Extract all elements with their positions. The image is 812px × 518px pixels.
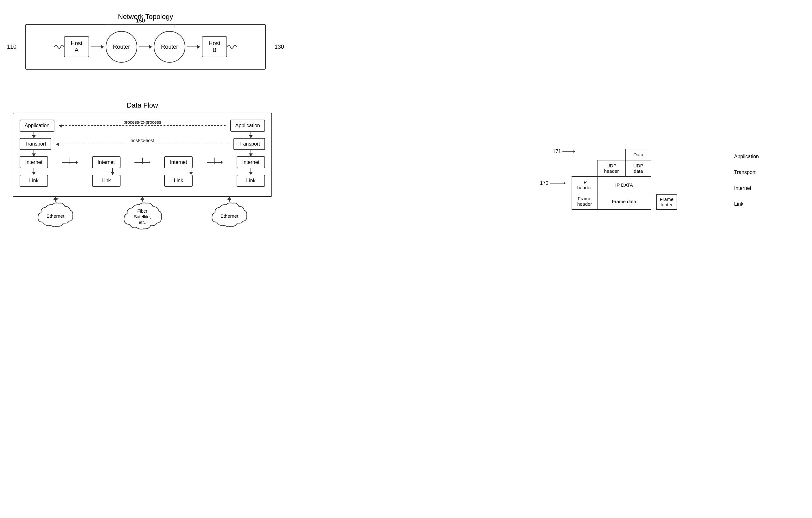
router1-node: Router	[106, 31, 137, 63]
udp-header-cell: UDPheader	[597, 160, 626, 177]
layer-app-label: Application	[734, 149, 759, 165]
svg-marker-17	[564, 182, 566, 184]
internet-1: Internet	[20, 156, 48, 168]
arrow-transport-internet-right	[251, 150, 251, 156]
label-110: 110	[7, 44, 17, 50]
dataflow-box: Application process-to-process Applicati…	[13, 113, 272, 197]
transport-left: Transport	[20, 138, 51, 150]
stack-section: 171 170 Data	[572, 149, 793, 211]
cloud1-arrow-right	[54, 197, 60, 206]
ref-171-arrow	[562, 149, 575, 154]
frame-data-cell: Frame data	[597, 193, 651, 209]
app-right: Application	[230, 120, 265, 132]
arrow-app-transport-right	[251, 132, 251, 138]
link-3: Link	[164, 175, 193, 187]
inet-arrow-1	[62, 157, 78, 167]
topology-box: 110 HostA 150 Router	[25, 24, 266, 69]
topology-section: Network Topology 110 HostA 150 Router	[25, 13, 266, 69]
internet-2: Internet	[92, 156, 120, 168]
internet-3: Internet	[164, 156, 193, 168]
label-150: 150	[136, 18, 145, 24]
link-1: Link	[20, 175, 48, 187]
wavy-left	[54, 44, 64, 50]
ref-171: 171	[553, 149, 575, 154]
ref-170: 170	[540, 180, 566, 186]
arrow-inet-link-2	[112, 168, 113, 175]
fiber-label: FiberSatellite,etc.	[134, 208, 151, 226]
svg-marker-5	[149, 161, 150, 164]
inet-arrow-3	[207, 157, 223, 167]
link-2: Link	[92, 175, 120, 187]
wavy-right	[227, 44, 237, 50]
protocol-stack-table: Data UDPheader UDPdata IPheader IP DATA …	[572, 149, 651, 210]
frame-footer-cell: Framefooter	[656, 194, 677, 210]
layer-transport-label: Transport	[734, 165, 759, 180]
ref-170-arrow	[550, 181, 566, 186]
ethernet-1-label: Ethernet	[47, 213, 64, 219]
arrow-app-transport-left	[33, 132, 34, 138]
router2-node: Router	[154, 31, 185, 63]
host-a-node: HostA	[64, 36, 89, 57]
host-b-node: HostB	[202, 36, 227, 57]
arrow-fiber-link	[142, 197, 143, 202]
svg-marker-15	[574, 150, 575, 153]
layer-internet-label: Internet	[734, 180, 759, 196]
dataflow-title: Data Flow	[13, 101, 272, 110]
data-cell: Data	[626, 149, 651, 160]
svg-marker-11	[213, 162, 216, 164]
svg-marker-7	[141, 162, 144, 164]
arrow-inet-link-1	[33, 168, 34, 175]
ethernet-2-label: Ethernet	[221, 213, 238, 219]
arrow-eth2-link3	[229, 197, 230, 202]
h2h-label: host-to-host	[130, 138, 154, 143]
arrow-inet-link-4	[251, 168, 251, 175]
ip-header-cell: IPheader	[572, 177, 597, 193]
transport-right: Transport	[233, 138, 265, 150]
arrow-r1-r2	[139, 47, 152, 47]
p2p-label: process-to-process	[123, 120, 161, 125]
dataflow-section: Data Flow Application process-to-process…	[13, 101, 272, 233]
label-130: 130	[274, 44, 284, 50]
layer-labels: Application Transport Internet Link	[734, 149, 759, 212]
cloud-ethernet-2: Ethernet	[209, 202, 250, 230]
app-left: Application	[20, 120, 54, 132]
layer-link-label: Link	[734, 196, 759, 212]
svg-marker-3	[68, 162, 71, 164]
link-4: Link	[237, 175, 265, 187]
ip-data-cell: IP DATA	[597, 177, 651, 193]
udp-data-cell: UDPdata	[626, 160, 651, 177]
inet-arrow-2	[135, 157, 150, 167]
arrow-r2-hb	[187, 47, 200, 47]
svg-marker-9	[221, 161, 223, 164]
svg-marker-1	[76, 161, 78, 164]
cloud-fiber: FiberSatellite,etc.	[120, 202, 165, 233]
svg-marker-13	[55, 198, 59, 200]
arrow-inet-link-3	[191, 168, 192, 175]
internet-4: Internet	[237, 156, 265, 168]
arrow-transport-internet-left	[33, 150, 34, 156]
arrow-ha-r1	[91, 47, 104, 47]
frame-header-cell: Frameheader	[572, 193, 597, 209]
